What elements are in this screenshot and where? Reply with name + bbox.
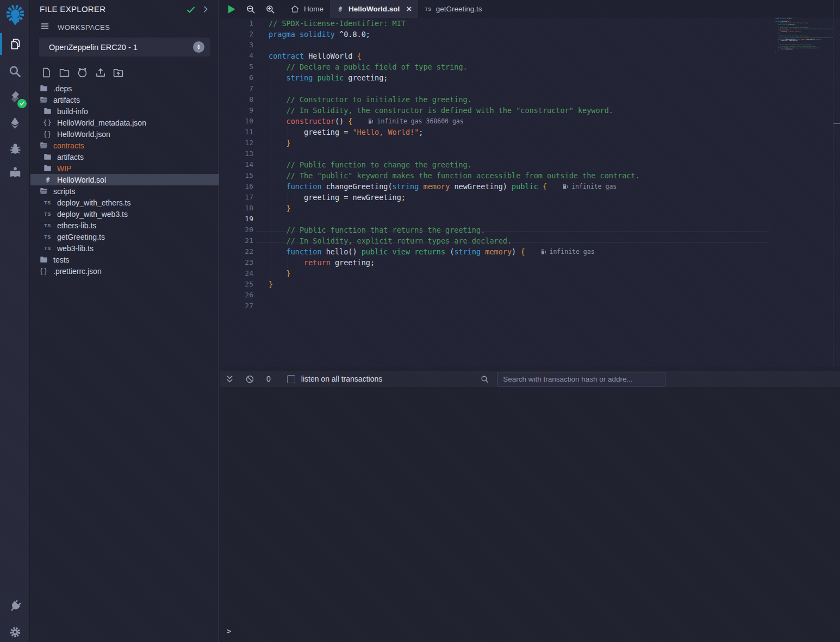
code-line[interactable]: 8 // Constructor to initialize the greet… bbox=[220, 94, 840, 105]
code-line[interactable]: 17 greeting = newGreeting; bbox=[220, 192, 840, 203]
new-folder-icon[interactable] bbox=[58, 66, 71, 79]
minimap[interactable]: // SPDX-License-Identifier: MITpragma so… bbox=[775, 17, 833, 60]
code-line[interactable]: 10 constructor() {infinite gas 368600 ga… bbox=[220, 116, 840, 127]
code-line[interactable]: 21 // In Solidity, explicit return types… bbox=[220, 235, 840, 246]
tree-item-helloworld-sol[interactable]: HelloWorld.sol bbox=[30, 174, 219, 185]
code-line[interactable]: 13 bbox=[220, 148, 840, 159]
tree-item-getgreeting-ts[interactable]: TSgetGreeting.ts bbox=[30, 231, 219, 242]
zoom-out-icon[interactable] bbox=[246, 4, 256, 14]
new-file-icon[interactable] bbox=[40, 66, 53, 79]
tree-item--deps[interactable]: .deps bbox=[30, 83, 219, 94]
gas-estimate-hint: infinite gas bbox=[540, 246, 595, 257]
code-line[interactable]: 11 greeting = "Hello, World!"; bbox=[220, 127, 840, 138]
editor-tabbar: HomeHelloWorld.sol×TSgetGreeting.ts bbox=[220, 0, 840, 18]
code-line[interactable]: 7 bbox=[220, 83, 840, 94]
tree-item-scripts[interactable]: scripts bbox=[30, 185, 219, 197]
code-line[interactable]: 9 // In Solidity, the constructor is def… bbox=[220, 105, 840, 116]
tree-item-wip[interactable]: WIP bbox=[30, 163, 219, 174]
file-explorer-icon[interactable] bbox=[0, 32, 30, 57]
code-text: // In Solidity, the constructor is defin… bbox=[269, 105, 613, 116]
debugger-icon[interactable] bbox=[0, 136, 30, 161]
line-number: 8 bbox=[220, 94, 253, 105]
clear-console-icon[interactable] bbox=[245, 375, 254, 384]
tree-item-tests[interactable]: tests bbox=[30, 254, 219, 265]
search-icon[interactable] bbox=[0, 59, 30, 84]
line-number: 25 bbox=[220, 279, 253, 290]
tree-item-label: deploy_with_web3.ts bbox=[57, 210, 128, 219]
scrollbar-thumb[interactable] bbox=[833, 123, 840, 124]
code-line[interactable]: 20 // Public function that returns the g… bbox=[220, 225, 840, 235]
code-line[interactable]: 2pragma solidity ^0.8.0; bbox=[220, 29, 840, 40]
code-line[interactable]: 25} bbox=[220, 279, 840, 290]
tree-item-helloworld-metadata-json[interactable]: {}HelloWorld_metadata.json bbox=[30, 117, 219, 128]
deploy-run-icon[interactable] bbox=[0, 110, 30, 135]
upload-file-icon[interactable] bbox=[94, 66, 107, 79]
close-tab-icon[interactable]: × bbox=[406, 4, 412, 14]
code-text: pragma solidity ^0.8.0; bbox=[269, 29, 370, 40]
file-tree: .depsartifactsbuild-info{}HelloWorld_met… bbox=[30, 83, 219, 277]
tree-item-ethers-lib-ts[interactable]: TSethers-lib.ts bbox=[30, 220, 219, 231]
code-line[interactable]: 14 // Public function to change the gree… bbox=[220, 159, 840, 170]
code-line[interactable]: 4contract HelloWorld { bbox=[220, 51, 840, 61]
solidity-compiler-icon[interactable] bbox=[0, 84, 30, 109]
code-line[interactable]: 6 string public greeting; bbox=[220, 72, 840, 83]
folder-closed-icon bbox=[43, 164, 52, 172]
github-icon[interactable] bbox=[76, 66, 89, 79]
code-text: } bbox=[269, 138, 291, 148]
code-text: // SPDX-License-Identifier: MIT bbox=[269, 18, 406, 29]
tree-item-build-info[interactable]: build-info bbox=[30, 105, 219, 117]
tree-item-helloworld-json[interactable]: {}HelloWorld.json bbox=[30, 128, 219, 140]
code-line[interactable]: 23 return greeting; bbox=[220, 257, 840, 268]
code-line[interactable]: 19 bbox=[220, 214, 840, 225]
tree-item-label: contracts bbox=[53, 141, 84, 150]
code-line[interactable]: 12 } bbox=[220, 138, 840, 148]
code-line[interactable]: 5 // Declare a public field of type stri… bbox=[220, 61, 840, 72]
zoom-in-icon[interactable] bbox=[265, 4, 275, 14]
code-line[interactable]: 3 bbox=[220, 40, 840, 51]
code-line[interactable]: 18 } bbox=[220, 203, 840, 214]
tree-item-web3-lib-ts[interactable]: TSweb3-lib.ts bbox=[30, 242, 219, 254]
tab-getgreeting-ts[interactable]: TSgetGreeting.ts bbox=[418, 0, 488, 18]
code-line[interactable]: 1// SPDX-License-Identifier: MIT bbox=[220, 18, 840, 29]
tree-item-deploy-with-ethers-ts[interactable]: TSdeploy_with_ethers.ts bbox=[30, 197, 219, 208]
tab-home[interactable]: Home bbox=[284, 0, 330, 18]
code-text: greeting = "Hello, World!"; bbox=[269, 127, 424, 138]
code-line[interactable]: 22 function hello() public view returns … bbox=[220, 246, 840, 257]
play-icon[interactable] bbox=[226, 4, 236, 14]
code-line[interactable]: 16 function changeGreeting(string memory… bbox=[220, 181, 840, 192]
line-number: 23 bbox=[220, 257, 253, 268]
settings-icon[interactable] bbox=[0, 620, 30, 642]
code-line[interactable]: 24 } bbox=[220, 268, 840, 279]
tab-helloworld-sol[interactable]: HelloWorld.sol× bbox=[330, 0, 418, 18]
listen-transactions-checkbox[interactable] bbox=[287, 375, 295, 383]
code-line[interactable]: 15 // The "public" keyword makes the fun… bbox=[220, 170, 840, 181]
line-number: 7 bbox=[220, 83, 253, 94]
remix-logo[interactable] bbox=[0, 3, 30, 28]
workspace-select[interactable]: OpenZeppelin ERC20 - 1 bbox=[39, 38, 210, 57]
code-line[interactable]: 27 bbox=[220, 301, 840, 311]
tree-item-deploy-with-web3-ts[interactable]: TSdeploy_with_web3.ts bbox=[30, 208, 219, 220]
tree-item-contracts[interactable]: contracts bbox=[30, 140, 219, 151]
line-number: 3 bbox=[220, 40, 253, 51]
code-line[interactable]: 26 bbox=[220, 290, 840, 301]
tree-item-label: HelloWorld.sol bbox=[57, 176, 106, 184]
tree-item-artifacts[interactable]: artifacts bbox=[30, 94, 219, 105]
tree-item-label: .deps bbox=[53, 84, 72, 93]
upload-folder-icon[interactable] bbox=[111, 66, 125, 79]
code-editor[interactable]: 1// SPDX-License-Identifier: MIT2pragma … bbox=[220, 18, 840, 367]
plugin-manager-icon[interactable] bbox=[0, 594, 30, 619]
hamburger-menu-icon[interactable] bbox=[40, 22, 50, 33]
line-number: 12 bbox=[220, 138, 253, 148]
collapse-terminal-icon[interactable] bbox=[225, 375, 234, 384]
code-text: function hello() public view returns (st… bbox=[269, 246, 525, 257]
tree-item-artifacts[interactable]: artifacts bbox=[30, 151, 219, 163]
code-text: // Public function that returns the gree… bbox=[269, 225, 485, 235]
typescript-file-icon: TS bbox=[43, 223, 52, 228]
learneth-icon[interactable] bbox=[0, 160, 30, 185]
tree-item--prettierrc-json[interactable]: {}.prettierrc.json bbox=[30, 265, 219, 277]
panel-title: FILE EXPLORER bbox=[40, 4, 105, 14]
transaction-search-input[interactable] bbox=[497, 372, 665, 387]
chevron-right-icon[interactable] bbox=[201, 5, 210, 16]
select-arrows-icon bbox=[193, 41, 204, 53]
typescript-file-icon: TS bbox=[43, 211, 52, 217]
